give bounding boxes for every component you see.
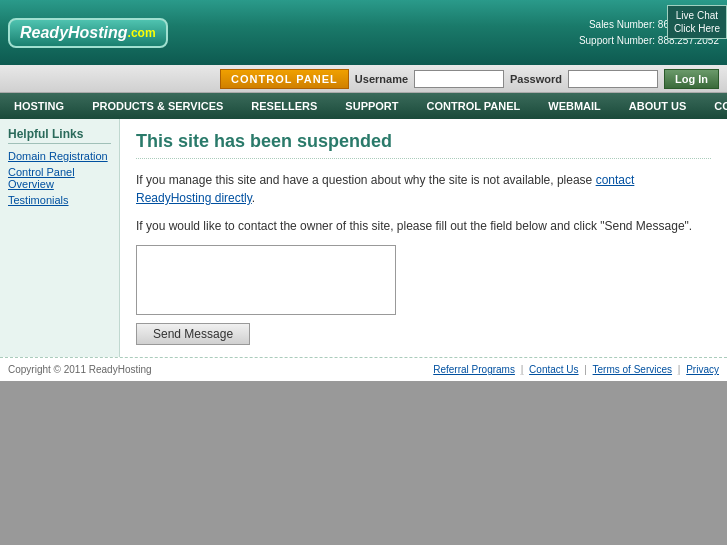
- paragraph-2: If you would like to contact the owner o…: [136, 217, 711, 235]
- username-label: Username: [355, 73, 408, 85]
- live-chat-button[interactable]: Live Chat Click Here: [667, 5, 727, 39]
- header: ReadyHosting.com Sales Number: 866.487.3…: [0, 0, 727, 65]
- sidebar-link-domain-registration[interactable]: Domain Registration: [8, 150, 111, 162]
- sidebar: Helpful Links Domain Registration Contro…: [0, 119, 120, 357]
- nav-about-us[interactable]: ABOUT US: [615, 93, 700, 119]
- message-textarea[interactable]: [136, 245, 396, 315]
- logo-area: ReadyHosting.com: [8, 18, 168, 48]
- footer-contact-us[interactable]: Contact Us: [529, 364, 578, 375]
- logo-text: ReadyHosting: [20, 24, 128, 42]
- content-area: This site has been suspended If you mana…: [120, 119, 727, 357]
- sidebar-title: Helpful Links: [8, 127, 111, 144]
- main-wrapper: Helpful Links Domain Registration Contro…: [0, 119, 727, 357]
- control-panel-bar: CONTROL PANEL Username Password Log In: [0, 65, 727, 93]
- footer-links: Referral Programs | Contact Us | Terms o…: [433, 364, 719, 375]
- footer: Copyright © 2011 ReadyHosting Referral P…: [0, 357, 727, 381]
- nav-products-services[interactable]: PRODUCTS & SERVICES: [78, 93, 237, 119]
- password-input[interactable]: [568, 70, 658, 88]
- paragraph-1: If you manage this site and have a quest…: [136, 171, 711, 207]
- nav-support[interactable]: SUPPORT: [331, 93, 412, 119]
- send-message-button[interactable]: Send Message: [136, 323, 250, 345]
- nav-control-panel[interactable]: CONTROL PANEL: [413, 93, 535, 119]
- nav-webmail[interactable]: WEBMAIL: [534, 93, 615, 119]
- login-button[interactable]: Log In: [664, 69, 719, 89]
- logo-box: ReadyHosting.com: [8, 18, 168, 48]
- navigation: HOSTING PRODUCTS & SERVICES RESELLERS SU…: [0, 93, 727, 119]
- page-title: This site has been suspended: [136, 131, 711, 159]
- nav-resellers[interactable]: RESELLERS: [237, 93, 331, 119]
- logo-com: .com: [128, 26, 156, 40]
- footer-terms-of-services[interactable]: Terms of Services: [593, 364, 672, 375]
- footer-referral-programs[interactable]: Referral Programs: [433, 364, 515, 375]
- footer-copyright: Copyright © 2011 ReadyHosting: [8, 364, 152, 375]
- sidebar-link-testimonials[interactable]: Testimonials: [8, 194, 111, 206]
- password-label: Password: [510, 73, 562, 85]
- footer-privacy[interactable]: Privacy: [686, 364, 719, 375]
- cp-label: CONTROL PANEL: [220, 69, 349, 89]
- nav-contact[interactable]: CONTACT: [700, 93, 727, 119]
- nav-hosting[interactable]: HOSTING: [0, 93, 78, 119]
- sidebar-link-control-panel-overview[interactable]: Control Panel Overview: [8, 166, 111, 190]
- username-input[interactable]: [414, 70, 504, 88]
